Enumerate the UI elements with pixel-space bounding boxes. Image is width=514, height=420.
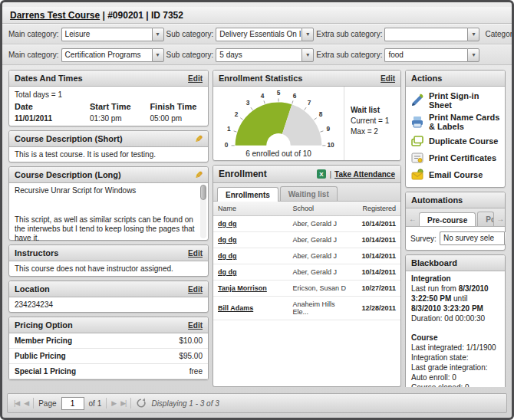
extra-sub-category-select-2[interactable]: food ▾ xyxy=(384,48,479,62)
separator: | xyxy=(329,170,331,179)
school-column-header[interactable]: School xyxy=(288,202,354,216)
tab-pre-course[interactable]: Pre-course xyxy=(419,212,476,227)
enrollee-school: Aber, Gerald J xyxy=(288,248,354,264)
duplicate-course-action[interactable]: Duplicate Course xyxy=(410,133,500,149)
dates-edit-link[interactable]: Edit xyxy=(188,74,203,83)
edit-pencil-icon[interactable]: ✎ xyxy=(195,135,203,143)
start-time-value: 01:30 pm xyxy=(90,114,150,123)
table-row: Bill Adams Anaheim Hills Ele... 12/28/20… xyxy=(213,297,400,320)
take-attendance-link[interactable]: Take Attendance xyxy=(334,170,395,179)
location-edit-link[interactable]: Edit xyxy=(188,285,203,294)
page-input[interactable] xyxy=(61,397,84,410)
automations-panel: Automations ← Pre-course Post- → Survey:… xyxy=(405,192,506,251)
course-info-line: Last integrated: 1/1/1900 xyxy=(411,343,499,353)
pricing-value: $10.00 xyxy=(179,336,203,345)
survey-select[interactable]: No survey sele ▾ xyxy=(440,231,506,245)
pricing-row: Member Pricing $10.00 xyxy=(9,333,208,349)
chevron-down-icon[interactable]: ▾ xyxy=(467,48,479,62)
tab-scroll-right-icon[interactable]: → xyxy=(496,215,505,226)
email-course-action[interactable]: Email Course xyxy=(410,166,500,183)
integration-duration: Duration: 0d 00:00:30 xyxy=(411,313,499,323)
table-row: dg dg Aber, Gerald J 10/14/2011 xyxy=(213,248,400,264)
chevron-down-icon[interactable]: ▾ xyxy=(301,48,314,62)
course-title-link[interactable]: Darrens Test Course xyxy=(10,10,100,21)
course-description-short-panel: Course Description (Short) ✎ This is a t… xyxy=(8,130,209,162)
course-info-line: Course cloned: 0 xyxy=(411,382,499,387)
sub-category-value-1: Delivery Essentials On I xyxy=(216,28,301,41)
refresh-icon[interactable] xyxy=(136,398,147,409)
svg-text:1: 1 xyxy=(227,125,231,133)
enrollee-school: Aber, Gerald J xyxy=(288,264,354,281)
registered-column-header[interactable]: Registered xyxy=(354,202,400,216)
divider xyxy=(106,398,107,409)
sub-category-select-1[interactable]: Delivery Essentials On I ▾ xyxy=(216,28,314,41)
enrollee-school: Aber, Gerald J xyxy=(288,216,354,232)
enrollee-name-link[interactable]: Bill Adams xyxy=(213,297,288,320)
tab-waiting-list[interactable]: Waiting list xyxy=(280,186,338,201)
email-icon xyxy=(410,168,424,182)
enrollment-table: Name School Registered dg dg Aber, Geral… xyxy=(213,202,400,320)
course-heading: Course xyxy=(411,333,499,343)
extra-sub-category-value-1 xyxy=(384,28,467,41)
chevron-down-icon[interactable]: ▾ xyxy=(467,28,479,41)
edit-pencil-icon[interactable]: ✎ xyxy=(195,171,203,179)
panel-title: Course Description (Long) xyxy=(15,170,121,179)
excel-export-icon[interactable]: X xyxy=(317,169,326,179)
enrollee-registered: 10/14/2011 xyxy=(354,248,400,264)
enrollee-school: Ericson, Susan D xyxy=(288,281,354,297)
main-category-select-1[interactable]: Leisure ▾ xyxy=(61,28,164,41)
panel-title: Course Description (Short) xyxy=(15,134,123,143)
panel-title: Enrollment Statistics xyxy=(219,74,302,83)
print-sign-in-sheet-action[interactable]: Print Sign-in Sheet xyxy=(410,90,500,111)
instructors-edit-link[interactable]: Edit xyxy=(188,249,203,258)
chevron-down-icon[interactable]: ▾ xyxy=(152,48,164,62)
main-category-select-2[interactable]: Certification Programs ▾ xyxy=(61,48,164,62)
enrollee-registered: 10/14/2011 xyxy=(354,264,400,281)
location-text: 234234234 xyxy=(9,297,208,312)
chevron-down-icon[interactable]: ▾ xyxy=(152,28,164,41)
integration-last-run: Last run from 8/3/2010 3:22:50 PM until … xyxy=(411,284,499,313)
finish-time-column-header: Finish Time xyxy=(150,102,203,111)
duplicate-icon xyxy=(410,134,424,148)
pricing-row: Public Pricing $95.00 xyxy=(9,349,208,364)
stats-edit-link[interactable]: Edit xyxy=(381,74,395,83)
extra-sub-category-select-1[interactable]: ▾ xyxy=(384,28,479,41)
tab-scroll-left-icon[interactable]: ← xyxy=(408,215,417,226)
enrollment-gauge-svg: 012345678910 xyxy=(215,88,342,149)
enrollee-name-link[interactable]: dg dg xyxy=(213,232,288,248)
panel-title: Enrollment xyxy=(219,169,267,179)
description-scrollbar[interactable] xyxy=(200,185,206,238)
enrollee-school: Aber, Gerald J xyxy=(288,232,354,248)
course-admin-window: Darrens Test Course | #090201 | ID 7352 … xyxy=(0,0,514,420)
panel-title: Blackboard xyxy=(411,258,457,267)
svg-text:2: 2 xyxy=(235,110,239,118)
enrollee-name-link[interactable]: dg dg xyxy=(213,248,288,264)
next-page-icon[interactable]: ▶ xyxy=(111,399,116,407)
chevron-down-icon[interactable]: ▾ xyxy=(504,231,506,245)
first-page-icon[interactable]: |◀ xyxy=(14,399,19,407)
page-label: Page xyxy=(38,399,56,408)
chevron-down-icon[interactable]: ▾ xyxy=(301,28,314,41)
pricing-edit-link[interactable]: Edit xyxy=(188,321,203,330)
name-column-header[interactable]: Name xyxy=(213,202,288,216)
left-column: Dates And Times Edit Total days = 1 Date… xyxy=(8,70,209,387)
last-page-icon[interactable]: ▶| xyxy=(120,399,126,407)
enrollee-name-link[interactable]: dg dg xyxy=(213,264,288,281)
enrollee-name-link[interactable]: Tanja Morrison xyxy=(213,281,288,297)
print-certificates-action[interactable]: Print Certificates xyxy=(410,149,500,166)
tab-enrollments[interactable]: Enrollments xyxy=(217,187,278,202)
wait-list-title: Wait list xyxy=(351,105,399,116)
tab-post-course[interactable]: Post- xyxy=(477,212,494,226)
print-name-cards-action[interactable]: Print Name Cards & Labels xyxy=(410,111,500,133)
previous-page-icon[interactable]: ◀ xyxy=(24,399,28,407)
short-description-text: This is a test course. It is used for te… xyxy=(9,147,208,162)
pagination-bar: |◀ ◀ Page of 1 ▶ ▶| Displaying 1 - 3 of … xyxy=(7,393,507,413)
svg-text:10: 10 xyxy=(327,141,334,149)
action-label: Email Course xyxy=(429,170,483,179)
wait-list-summary: Wait list Current = 1 Max = 2 xyxy=(344,87,400,160)
sub-category-select-2[interactable]: 5 days ▾ xyxy=(216,48,314,62)
dates-and-times-panel: Dates And Times Edit Total days = 1 Date… xyxy=(8,70,209,126)
page-of-label: of 1 xyxy=(89,399,102,408)
enrollee-name-link[interactable]: dg dg xyxy=(213,216,288,232)
finish-time-value: 05:00 pm xyxy=(150,114,203,123)
